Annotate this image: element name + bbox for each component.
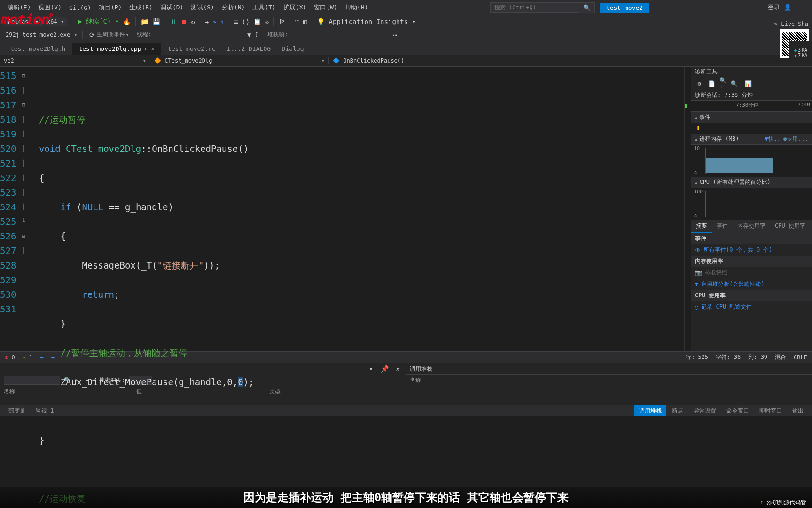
pause-icon[interactable]: ⏸ xyxy=(168,18,179,25)
tool-icon-4[interactable]: ⟐ xyxy=(263,18,271,25)
menu-extensions[interactable]: 扩展(X) xyxy=(280,3,310,12)
restart-icon[interactable]: ↻ xyxy=(189,18,196,25)
subtitle-text: 因为是走插补运动 把主轴0轴暂停下来的话 其它轴也会暂停下来 xyxy=(243,490,568,505)
command-tab[interactable]: 命令窗口 xyxy=(722,405,754,416)
code-content[interactable]: //运动暂停 void CTest_move2Dlg::OnBnClickedP… xyxy=(28,67,684,351)
hot-reload-icon[interactable]: 🔥 xyxy=(121,18,133,25)
menu-help[interactable]: 帮助(H) xyxy=(341,3,372,12)
search-icon[interactable]: 🔍 xyxy=(579,2,595,13)
subtitle-overlay: 因为是走插补运动 把主轴0轴暂停下来的话 其它轴也会暂停下来 xyxy=(0,487,812,508)
continue-button[interactable]: ▶ 继续(C) ▾ xyxy=(76,17,121,26)
login-button[interactable]: 登录 👤 xyxy=(768,3,791,12)
perf-badges: ◆3KA ◆7KA xyxy=(789,41,812,64)
tool-icon-1[interactable]: ≡ xyxy=(232,18,240,25)
fold-column[interactable]: ⊟│⊟│││││││└ ⊟│ xyxy=(19,67,28,351)
snapshot-link[interactable]: 📷截取快照 xyxy=(691,267,812,278)
menu-build[interactable]: 生成(B) xyxy=(125,3,156,12)
nav-bar: ve2▾ 🔶 CTest_move2Dlg▾ 🔷 OnBnClickedPaus… xyxy=(0,55,812,67)
appinsights-button[interactable]: 💡 Application Insights ▾ xyxy=(315,18,418,25)
session-time: 诊断会话: 7:38 分钟 xyxy=(691,90,812,101)
tab-cpp-file[interactable]: test_move2Dlg.cpp⬇✕ xyxy=(72,43,161,55)
mode-indicator: 混合 xyxy=(775,353,786,361)
gear-icon[interactable]: ⚙ xyxy=(695,79,703,88)
menubar: 编辑(E) 视图(V) Git(G) 项目(P) 生成(B) 调试(D) 测试(… xyxy=(0,0,812,15)
filter-icon[interactable]: ▼ xyxy=(245,31,253,39)
eol-indicator: CRLF xyxy=(794,354,807,361)
error-icon[interactable]: ⊘ xyxy=(5,354,8,361)
source-control-btn[interactable]: 添加到源代码管 xyxy=(767,499,806,507)
lifecycle-label: 生周期事件 xyxy=(97,31,125,39)
tool-icon-2[interactable]: ⟨⟩ xyxy=(240,18,251,25)
close-icon[interactable]: ✕ xyxy=(151,45,155,52)
char-indicator: 字符: 36 xyxy=(716,353,741,361)
stop-icon[interactable]: ⏹ xyxy=(179,18,189,25)
locals-tab[interactable]: 部变量 xyxy=(4,405,30,416)
tab-events[interactable]: 事件 xyxy=(712,220,733,233)
solution-name[interactable]: test_move2 xyxy=(600,3,649,13)
pin-icon[interactable]: ⬇ xyxy=(144,46,147,52)
menu-view[interactable]: 视图(V) xyxy=(34,3,65,12)
search-input[interactable] xyxy=(490,2,579,13)
pause-marker-icon: ⏸ xyxy=(695,125,701,131)
all-events-link[interactable]: 👁所有事件(0 个，共 0 个) xyxy=(691,244,812,256)
immediate-tab[interactable]: 即时窗口 xyxy=(755,405,787,416)
timeline[interactable]: 7:30分钟 7:40 xyxy=(691,101,812,112)
flag-icon[interactable]: 🏳 xyxy=(277,18,287,25)
warning-icon[interactable]: ⚠ xyxy=(23,354,26,361)
code-editor[interactable]: 515516517518 519520521522 523524525526 5… xyxy=(0,67,691,351)
lifecycle-icon[interactable]: ⟳ xyxy=(87,31,97,39)
function-dropdown[interactable]: 🔷 OnBnClickedPause()▾ xyxy=(329,57,803,64)
stackframe-label: 堆栈帧: xyxy=(267,31,288,39)
thread-label: 线程: xyxy=(137,31,151,39)
exceptions-tab[interactable]: 异常设置 xyxy=(689,405,721,416)
cpu-record-link[interactable]: ○记录 CPU 配置文件 xyxy=(691,301,812,313)
tab-rc-file[interactable]: test_move2.rc - I...2_DIALOG - Dialog xyxy=(161,43,311,55)
tool-icon-5[interactable]: ◧ xyxy=(301,18,309,25)
debug-toolbar: 292j test_move2.exe ▾ ⟳ 生周期事件 ▾ 线程: ▼ ⤴ … xyxy=(0,28,812,41)
cpu-header[interactable]: CPU (所有处理器的百分比) xyxy=(699,178,770,186)
doc-icon[interactable]: 📄 xyxy=(707,79,716,88)
scope-dropdown[interactable]: ve2▾ xyxy=(0,57,150,64)
menu-analyze[interactable]: 分析(N) xyxy=(218,3,249,12)
menu-window[interactable]: 窗口(W) xyxy=(310,3,341,12)
line-indicator: 行: 525 xyxy=(686,353,708,361)
document-tabs: test_move2Dlg.h test_move2Dlg.cpp⬇✕ test… xyxy=(0,41,812,55)
menu-tools[interactable]: 工具(T) xyxy=(249,3,279,12)
process-name: 292j test_move2.exe xyxy=(6,32,70,38)
tab-summary[interactable]: 摘要 xyxy=(691,220,712,233)
group-icon[interactable]: ⬚ xyxy=(293,18,301,25)
tool-icon-3[interactable]: 📋 xyxy=(251,18,263,25)
menu-test[interactable]: 测试(S) xyxy=(187,3,218,12)
menu-debug[interactable]: 调试(D) xyxy=(156,3,187,12)
tab-memory[interactable]: 内存使用率 xyxy=(733,220,770,233)
liveshare-button[interactable]: ✎ Live Sha xyxy=(774,21,808,27)
step-out-icon[interactable]: ↑ xyxy=(219,18,226,25)
save-icon[interactable]: 💾 xyxy=(150,18,162,25)
output-tab[interactable]: 输出 xyxy=(788,405,808,416)
class-dropdown[interactable]: 🔶 CTest_move2Dlg▾ xyxy=(150,57,329,64)
minimap[interactable] xyxy=(684,67,691,351)
menu-git[interactable]: Git(G) xyxy=(65,4,95,11)
folder-icon[interactable]: 📁 xyxy=(139,18,150,25)
tab-header-file[interactable]: test_move2Dlg.h xyxy=(4,43,72,55)
step-into-icon[interactable]: → xyxy=(203,18,211,25)
chart-icon[interactable]: 📊 xyxy=(744,79,752,88)
zoomin-icon[interactable]: 🔍+ xyxy=(719,79,728,88)
heap-link[interactable]: ⊞启用堆分析(会影响性能) xyxy=(691,278,812,290)
events-header[interactable]: 事件 xyxy=(699,113,710,121)
events-section: 事件 xyxy=(691,233,812,244)
menu-edit[interactable]: 编辑(E) xyxy=(4,3,34,12)
thread-icon[interactable]: ⤴ xyxy=(253,31,260,39)
line-gutter: 515516517518 519520521522 523524525526 5… xyxy=(0,67,19,351)
zoomout-icon[interactable]: 🔍- xyxy=(732,79,740,88)
more-icon[interactable]: ⋯ xyxy=(391,31,399,39)
window-controls[interactable]: — xyxy=(801,4,808,11)
tab-cpu[interactable]: CPU 使用率 xyxy=(770,220,810,233)
step-over-icon[interactable]: ↷ xyxy=(211,18,218,25)
footer-bar: ↑ 添加到源代码管 xyxy=(755,497,812,508)
main-toolbar: Release ▾ x64 ▾ ▶ 继续(C) ▾ 🔥 📁 💾 ⏸ ⏹ ↻ → … xyxy=(0,15,812,28)
menu-project[interactable]: 项目(P) xyxy=(95,3,125,12)
col-indicator: 列: 39 xyxy=(748,353,767,361)
memory-header[interactable]: 进程内存 (MB) xyxy=(699,135,739,143)
memory-chart: 10 0 xyxy=(691,145,812,177)
